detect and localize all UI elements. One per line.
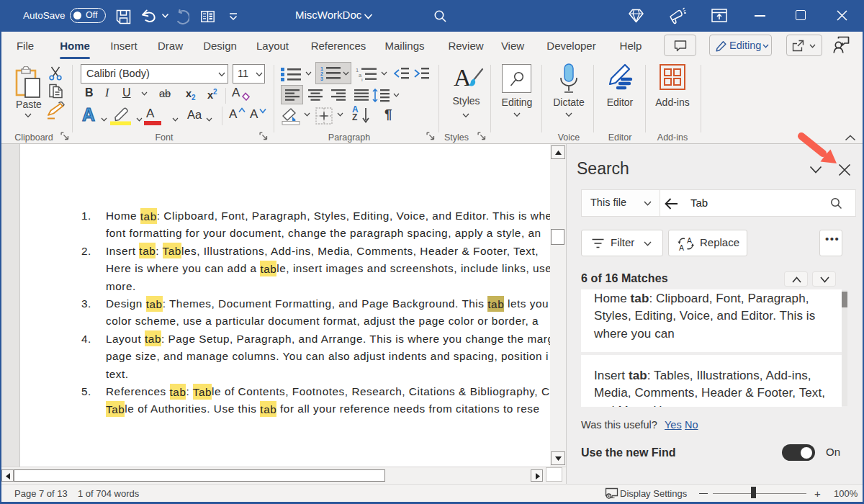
svg-text:i: i [361,77,363,81]
svg-text:A: A [679,243,684,251]
svg-text:1: 1 [320,66,323,71]
svg-text:A: A [687,236,692,245]
svg-text:3: 3 [320,76,323,81]
svg-text:2: 2 [320,71,323,76]
